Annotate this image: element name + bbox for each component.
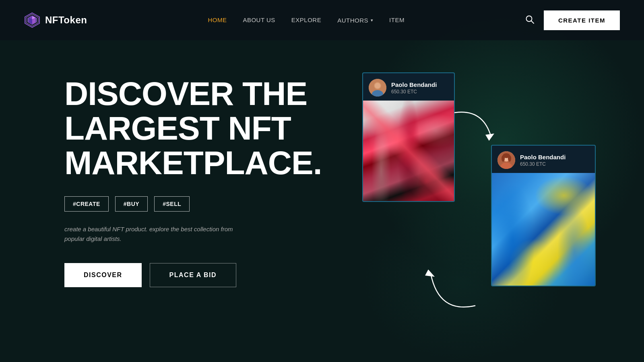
search-icon [525,15,534,24]
nav-links: HOME ABOUT US EXPLORE AUTHORS ▾ ITEM [208,16,404,24]
create-item-button[interactable]: CREATE ITEM [544,10,620,30]
svg-line-8 [531,21,534,23]
nav-item-authors[interactable]: AUTHORS ▾ [337,17,373,24]
nav-item-item[interactable]: ITEM [389,16,405,24]
svg-point-12 [375,83,380,88]
svg-marker-13 [485,134,494,141]
logo-icon [24,12,40,28]
hero-section: DISCOVER THE LARGEST NFT MARKETPLACE. #C… [64,64,354,287]
logo-text: NFToken [45,14,87,26]
card-2-author-info: Paolo Bendandi 650.30 ETC [520,154,566,167]
logo[interactable]: NFToken [24,12,87,28]
cta-row: DISCOVER PLACE A BID [64,263,354,287]
card-1-price: 650.30 ETC [391,89,437,95]
arrow-1 [451,105,499,145]
tags-row: #CREATE #BUY #SELL [64,196,354,212]
art-2-abstract [492,173,595,286]
tag-create[interactable]: #CREATE [64,196,109,212]
avatar-1 [369,79,386,97]
card-2-price: 650.30 ETC [520,161,566,167]
chevron-down-icon: ▾ [371,18,373,23]
hero-title-line3: MARKETPLACE. [64,144,322,181]
card-2-author-name: Paolo Bendandi [520,154,566,160]
nav-actions: CREATE ITEM [525,10,620,30]
nav-link-explore[interactable]: EXPLORE [291,16,321,23]
nft-card-1[interactable]: Paolo Bendandi 650.30 ETC [362,72,455,202]
card-1-header: Paolo Bendandi 650.30 ETC [363,73,454,101]
avatar-1-image [369,79,386,97]
arrow-2-svg [423,265,479,314]
tag-sell[interactable]: #SELL [154,196,190,212]
hero-title-line2: LARGEST NFT [64,110,291,146]
place-bid-button[interactable]: PLACE A BID [150,263,237,287]
hero-title-line1: DISCOVER THE [64,75,307,112]
tag-buy[interactable]: #BUY [115,196,148,212]
card-1-author-info: Paolo Bendandi 650.30 ETC [391,81,437,95]
art-1-abstract [363,101,454,201]
avatar-2-image [497,151,515,169]
navbar: NFToken HOME ABOUT US EXPLORE AUTHORS ▾ … [0,0,644,40]
nav-link-about[interactable]: ABOUT US [243,16,275,23]
svg-marker-21 [425,269,435,277]
svg-point-19 [502,155,505,162]
nav-item-explore[interactable]: EXPLORE [291,16,321,24]
discover-button[interactable]: DISCOVER [64,263,142,287]
arrow-2 [423,265,479,314]
main-content: DISCOVER THE LARGEST NFT MARKETPLACE. #C… [0,40,644,362]
svg-point-20 [508,155,511,162]
card-2-header: Paolo Bendandi 650.30 ETC [492,146,595,173]
nav-link-home[interactable]: HOME [208,16,227,23]
avatar-2 [497,151,515,169]
nav-link-item[interactable]: ITEM [389,16,405,23]
hero-description: create a beautiful NFT product. explore … [64,224,250,244]
nav-item-about[interactable]: ABOUT US [243,16,275,24]
card-2-image [492,173,595,286]
card-1-author-name: Paolo Bendandi [391,81,437,88]
nft-cards-area: Paolo Bendandi 650.30 ETC [354,64,596,362]
nav-item-home[interactable]: HOME [208,16,227,24]
card-1-image [363,101,454,201]
hero-title: DISCOVER THE LARGEST NFT MARKETPLACE. [64,76,354,180]
search-button[interactable] [525,15,534,26]
arrow-1-svg [451,105,499,145]
nft-card-2[interactable]: Paolo Bendandi 650.30 ETC [491,145,596,286]
nav-link-authors[interactable]: AUTHORS [337,17,368,24]
